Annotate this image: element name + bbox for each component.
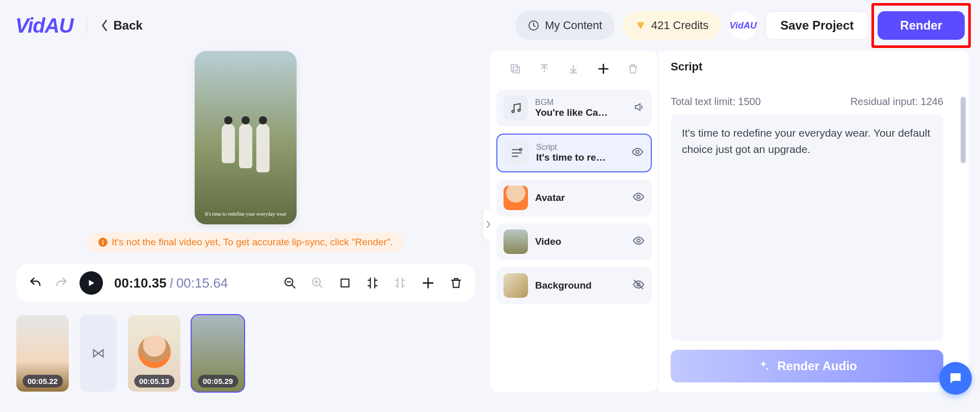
clip-time-1: 00:05.22 bbox=[22, 375, 63, 388]
residual-input-label: Residual input: 1246 bbox=[851, 96, 943, 108]
preview-column: It's time to redefine your everyday wear… bbox=[11, 51, 490, 392]
scrollbar[interactable] bbox=[961, 97, 966, 163]
header-bar: VidAU Back My Content 421 Credits VidAU … bbox=[0, 0, 980, 51]
layer-video-title: Video bbox=[535, 236, 625, 247]
visibility-icon[interactable] bbox=[631, 146, 644, 160]
layers-toolbar bbox=[496, 60, 652, 83]
svg-rect-6 bbox=[513, 67, 519, 73]
info-icon: i bbox=[98, 238, 108, 247]
zoom-out-icon[interactable] bbox=[283, 276, 297, 290]
layer-background[interactable]: Background bbox=[496, 267, 652, 304]
chevron-left-icon bbox=[100, 19, 109, 32]
script-icon bbox=[505, 141, 529, 165]
chat-icon bbox=[948, 371, 963, 386]
split-disabled-icon bbox=[393, 276, 407, 290]
render-warning-banner: i It's not the final video yet, To get a… bbox=[87, 233, 404, 252]
layer-video[interactable]: Video bbox=[496, 223, 652, 260]
clip-thumb-2[interactable]: 00:05.13 bbox=[128, 315, 180, 392]
sparkle-icon bbox=[757, 359, 770, 373]
add-icon[interactable] bbox=[421, 276, 435, 290]
time-display: 00:10.35 / 00:15.64 bbox=[114, 275, 228, 291]
my-content-button[interactable]: My Content bbox=[515, 11, 615, 40]
clip-thumb-2-avatar bbox=[138, 336, 171, 368]
add-layer-icon[interactable] bbox=[597, 62, 610, 78]
layer-avatar[interactable]: Avatar bbox=[496, 179, 652, 216]
delete-icon[interactable] bbox=[449, 276, 463, 290]
logo-badge[interactable]: VidAU bbox=[729, 11, 757, 40]
music-icon bbox=[504, 96, 528, 120]
undo-icon[interactable] bbox=[29, 276, 43, 290]
mute-icon[interactable] bbox=[633, 101, 645, 115]
clip-time-3: 00:05.29 bbox=[198, 375, 238, 388]
layer-bgm-label: BGM bbox=[535, 98, 626, 107]
render-warning-text: It's not the final video yet, To get acc… bbox=[112, 237, 393, 248]
svg-point-11 bbox=[637, 195, 640, 198]
layer-script[interactable]: Script It's time to re… bbox=[496, 134, 652, 172]
split-icon[interactable] bbox=[366, 276, 379, 290]
layer-script-value: It's time to re… bbox=[536, 152, 624, 163]
clock-icon bbox=[527, 19, 540, 32]
redo-icon bbox=[54, 276, 68, 290]
layer-bgm[interactable]: BGM You're like Ca… bbox=[496, 90, 652, 126]
transition-icon bbox=[91, 346, 105, 360]
clip-thumb-3[interactable]: 00:05.29 bbox=[192, 315, 244, 392]
move-down-icon bbox=[567, 63, 579, 77]
save-project-button[interactable]: Save Project bbox=[765, 11, 868, 40]
total-duration: 00:15.64 bbox=[176, 275, 228, 291]
clip-transition[interactable] bbox=[80, 315, 117, 392]
timeline-controls: 00:10.35 / 00:15.64 bbox=[16, 264, 475, 302]
video-preview[interactable]: It's time to redefine your everyday wear bbox=[195, 51, 297, 224]
script-panel: Script Total text limit: 1500 Residual i… bbox=[658, 51, 969, 392]
clip-thumb-1[interactable]: 00:05.22 bbox=[16, 315, 69, 392]
visibility-off-icon[interactable] bbox=[632, 278, 645, 293]
avatar-thumb bbox=[504, 186, 528, 210]
svg-point-7 bbox=[512, 110, 514, 112]
play-icon bbox=[87, 278, 96, 288]
script-meta: Total text limit: 1500 Residual input: 1… bbox=[671, 96, 957, 108]
play-button[interactable] bbox=[80, 271, 103, 295]
chevron-right-icon bbox=[486, 220, 491, 228]
zoom-in-icon bbox=[311, 276, 324, 290]
svg-point-10 bbox=[636, 150, 639, 153]
panel-collapse-handle[interactable] bbox=[483, 209, 493, 240]
visibility-icon[interactable] bbox=[632, 191, 645, 205]
app-logo: VidAU bbox=[15, 14, 73, 37]
layer-script-label: Script bbox=[536, 143, 624, 152]
script-textarea[interactable]: It's time to redefine your everyday wear… bbox=[671, 115, 943, 341]
delete-layer-icon bbox=[627, 63, 639, 77]
preview-caption: It's time to redefine your everyday wear bbox=[195, 211, 297, 217]
current-time: 00:10.35 bbox=[114, 275, 167, 291]
layer-avatar-title: Avatar bbox=[535, 192, 625, 203]
chat-fab[interactable] bbox=[939, 362, 972, 395]
video-thumb bbox=[504, 229, 528, 254]
back-label: Back bbox=[114, 18, 143, 33]
clip-time-2: 00:05.13 bbox=[134, 375, 174, 388]
diamond-icon bbox=[635, 20, 646, 31]
move-up-icon bbox=[538, 63, 550, 77]
visibility-icon[interactable] bbox=[632, 235, 645, 249]
main-area: It's time to redefine your everyday wear… bbox=[0, 51, 980, 403]
clip-thumbnails: 00:05.22 00:05.13 00:05.29 bbox=[16, 315, 475, 392]
svg-point-8 bbox=[518, 109, 520, 111]
script-panel-title: Script bbox=[671, 60, 957, 73]
layer-background-title: Background bbox=[535, 280, 625, 291]
render-button[interactable]: Render bbox=[878, 11, 965, 40]
render-audio-label: Render Audio bbox=[777, 359, 857, 373]
back-button[interactable]: Back bbox=[100, 18, 143, 33]
svg-rect-5 bbox=[511, 65, 517, 71]
render-button-wrap: Render bbox=[878, 11, 965, 40]
preview-figures bbox=[195, 123, 297, 172]
svg-point-12 bbox=[637, 239, 640, 242]
credits-label: 421 Credits bbox=[651, 19, 709, 32]
divider bbox=[87, 17, 87, 34]
text-limit-label: Total text limit: 1500 bbox=[671, 96, 761, 108]
svg-point-9 bbox=[519, 148, 521, 150]
render-audio-button[interactable]: Render Audio bbox=[671, 350, 943, 382]
crop-icon[interactable] bbox=[338, 276, 352, 290]
layers-panel: BGM You're like Ca… Script It's time to … bbox=[490, 51, 658, 392]
background-thumb bbox=[504, 273, 528, 298]
layer-bgm-value: You're like Ca… bbox=[535, 107, 626, 118]
timeline-tool-group bbox=[283, 276, 463, 290]
copy-layer-icon bbox=[509, 63, 521, 77]
credits-badge[interactable]: 421 Credits bbox=[623, 11, 721, 40]
